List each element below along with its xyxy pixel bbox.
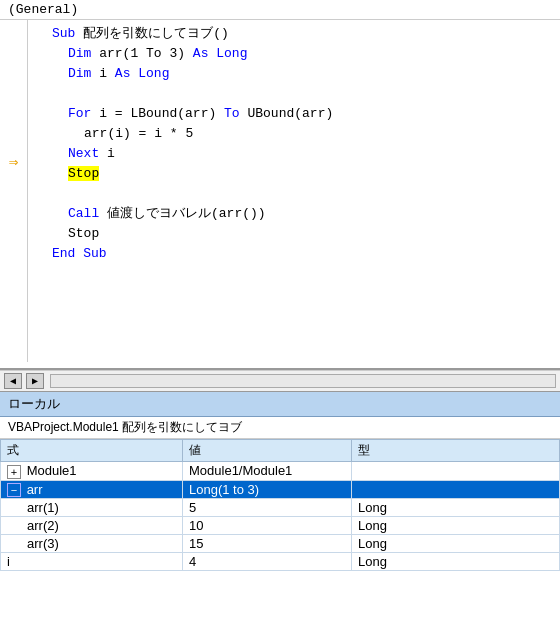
col-header-value: 値 <box>183 440 352 462</box>
locals-context-label: VBAProject.Module1 配列を引数にしてヨブ <box>0 417 560 439</box>
value-cell-i: 4 <box>183 553 352 571</box>
table-header-row: 式 値 型 <box>1 440 560 462</box>
type-cell: Long <box>352 517 560 535</box>
collapse-icon[interactable]: − <box>7 483 21 497</box>
col-header-expr: 式 <box>1 440 183 462</box>
locals-table: 式 値 型 + Module1 Module1/Module1 − arr <box>0 439 560 571</box>
code-line-endsub: End Sub <box>36 244 552 264</box>
value-cell: Module1/Module1 <box>183 462 352 481</box>
scroll-left-button[interactable]: ◀ <box>4 373 22 389</box>
expand-icon[interactable]: + <box>7 465 21 479</box>
expr-cell: arr(2) <box>1 517 183 535</box>
type-cell-i: Long <box>352 553 560 571</box>
type-cell: Long <box>352 499 560 517</box>
code-line: Call 値渡しでヨバレル(arr()) <box>36 204 552 224</box>
expr-cell-arr: − arr <box>1 480 183 499</box>
locals-panel-header: ローカル <box>0 392 560 417</box>
expr-cell: arr(3) <box>1 535 183 553</box>
expr-cell: arr(1) <box>1 499 183 517</box>
code-line: arr(i) = i * 5 <box>36 124 552 144</box>
execution-arrow: ⇒ <box>9 152 19 172</box>
type-cell-arr <box>352 480 560 499</box>
value-cell: 5 <box>183 499 352 517</box>
code-line <box>36 84 552 104</box>
table-row: + Module1 Module1/Module1 <box>1 462 560 481</box>
editor-context-label: (General) <box>8 2 78 17</box>
table-row: arr(1) 5 Long <box>1 499 560 517</box>
col-header-type: 型 <box>352 440 560 462</box>
type-cell: Long <box>352 535 560 553</box>
code-line: Dim arr(1 To 3) As Long <box>36 44 552 64</box>
code-line <box>36 184 552 204</box>
code-line: Dim i As Long <box>36 64 552 84</box>
value-cell: 15 <box>183 535 352 553</box>
code-line-stop: Stop <box>36 224 552 244</box>
locals-panel: ローカル VBAProject.Module1 配列を引数にしてヨブ 式 値 型… <box>0 392 560 571</box>
table-row: i 4 Long <box>1 553 560 571</box>
horizontal-scrollbar[interactable]: ◀ ▶ <box>0 370 560 392</box>
code-line-next: Next i <box>36 144 552 164</box>
scroll-right-button[interactable]: ▶ <box>26 373 44 389</box>
table-row: arr(3) 15 Long <box>1 535 560 553</box>
code-line-stop-highlighted: Stop <box>36 164 552 184</box>
code-line: Sub 配列を引数にしてヨブ() <box>36 24 552 44</box>
code-content[interactable]: Sub 配列を引数にしてヨブ() Dim arr(1 To 3) As Long… <box>28 20 560 362</box>
table-row: arr(2) 10 Long <box>1 517 560 535</box>
line-gutter: ⇒ <box>0 20 28 362</box>
type-cell <box>352 462 560 481</box>
value-cell-arr: Long(1 to 3) <box>183 480 352 499</box>
value-cell: 10 <box>183 517 352 535</box>
editor-header: (General) <box>0 0 560 20</box>
expr-cell: + Module1 <box>1 462 183 481</box>
scroll-track[interactable] <box>50 374 556 388</box>
code-line: For i = LBound(arr) To UBound(arr) <box>36 104 552 124</box>
expr-cell-i: i <box>1 553 183 571</box>
code-editor[interactable]: (General) ⇒ Sub 配列を引数にしてヨブ() Dim arr(1 T… <box>0 0 560 370</box>
table-row-selected: − arr Long(1 to 3) <box>1 480 560 499</box>
